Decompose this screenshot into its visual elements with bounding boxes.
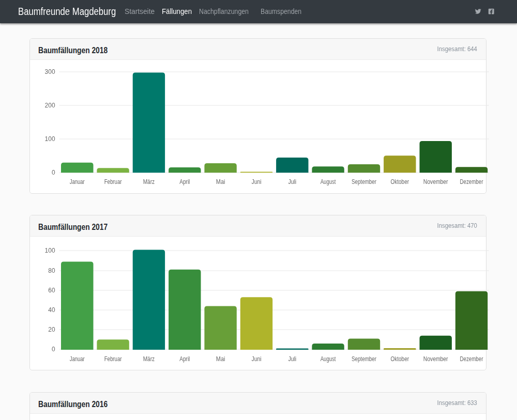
svg-text:200: 200	[45, 102, 55, 109]
svg-text:40: 40	[48, 306, 55, 314]
svg-text:September: September	[352, 355, 376, 363]
svg-text:Juli: Juli	[288, 178, 296, 185]
svg-text:Juni: Juni	[252, 178, 262, 185]
svg-text:November: November	[423, 355, 448, 363]
svg-text:April: April	[179, 355, 190, 363]
svg-text:Juni: Juni	[252, 355, 262, 363]
svg-text:60: 60	[48, 287, 55, 294]
svg-text:Oktober: Oktober	[391, 178, 409, 185]
svg-text:20: 20	[48, 326, 55, 333]
svg-text:0: 0	[52, 346, 55, 353]
svg-text:März: März	[143, 178, 155, 185]
svg-text:August: August	[321, 178, 336, 185]
svg-text:April: April	[179, 178, 190, 185]
svg-text:Mai: Mai	[216, 355, 225, 363]
svg-text:100: 100	[45, 135, 55, 143]
svg-text:November: November	[423, 178, 448, 185]
svg-text:Oktober: Oktober	[391, 355, 409, 363]
svg-text:Mai: Mai	[216, 178, 225, 185]
svg-text:Januar: Januar	[70, 178, 85, 185]
svg-text:September: September	[352, 178, 376, 185]
svg-text:300: 300	[45, 68, 55, 75]
svg-text:Dezember: Dezember	[460, 178, 483, 185]
svg-text:Juli: Juli	[288, 355, 296, 363]
svg-text:Februar: Februar	[104, 178, 122, 185]
svg-text:Januar: Januar	[70, 355, 85, 363]
svg-text:80: 80	[48, 267, 55, 274]
svg-text:Februar: Februar	[104, 355, 122, 363]
svg-text:August: August	[321, 355, 336, 363]
svg-text:0: 0	[52, 169, 55, 176]
svg-text:Dezember: Dezember	[460, 355, 483, 363]
svg-text:100: 100	[45, 247, 55, 254]
svg-text:März: März	[143, 355, 155, 363]
